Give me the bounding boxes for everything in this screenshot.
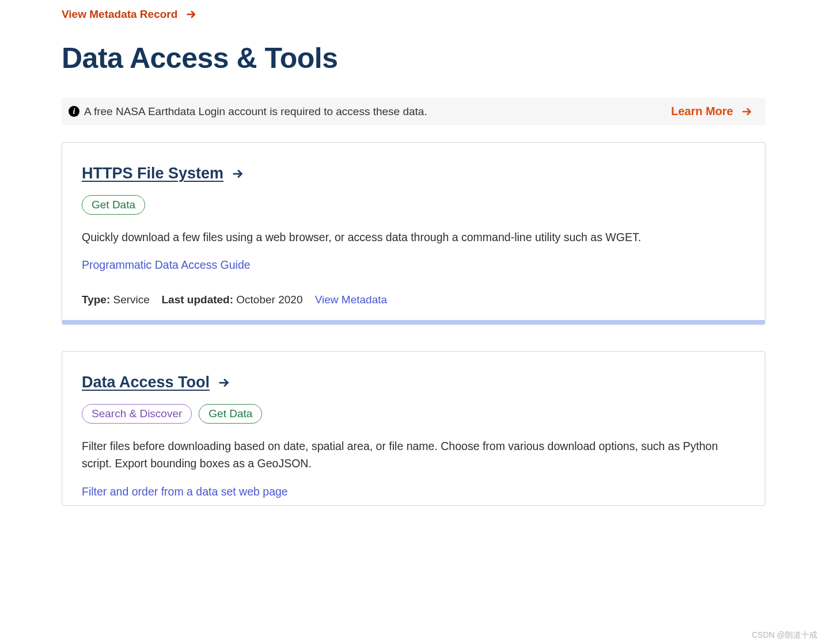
type-value: Service [113, 294, 150, 306]
updated-label: Last updated: [161, 294, 233, 306]
view-metadata-record-text: View Metadata Record [62, 8, 177, 21]
card-description: Filter files before downloading based on… [82, 437, 745, 472]
pill-get-data: Get Data [199, 404, 262, 424]
pill-row: Get Data [82, 195, 745, 215]
arrow-right-icon [232, 167, 244, 180]
view-metadata-link[interactable]: View Metadata [315, 294, 387, 306]
arrow-right-icon [218, 376, 230, 389]
pill-row: Search & Discover Get Data [82, 404, 745, 424]
arrow-right-icon [741, 106, 753, 117]
card-meta: Type: Service Last updated: October 2020… [82, 294, 745, 306]
info-icon: i [69, 106, 79, 117]
card-title-text: Data Access Tool [82, 374, 210, 391]
arrow-right-icon [185, 9, 197, 20]
card-https-file-system: HTTPS File System Get Data Quickly downl… [62, 142, 765, 325]
login-notice-bar: i A free NASA Earthdata Login account is… [62, 98, 765, 125]
pill-get-data: Get Data [82, 195, 145, 215]
type-label: Type: [82, 294, 110, 306]
pill-search-discover: Search & Discover [82, 404, 192, 424]
filter-order-link[interactable]: Filter and order from a data set web pag… [82, 485, 288, 498]
card-title-link[interactable]: Data Access Tool [82, 374, 230, 391]
card-description: Quickly download a few files using a web… [82, 228, 745, 246]
card-title-text: HTTPS File System [82, 165, 223, 182]
view-metadata-record-link[interactable]: View Metadata Record [62, 8, 197, 21]
learn-more-text: Learn More [671, 105, 733, 118]
notice-text: A free NASA Earthdata Login account is r… [84, 105, 427, 118]
card-data-access-tool: Data Access Tool Search & Discover Get D… [62, 351, 765, 505]
notice-left: i A free NASA Earthdata Login account is… [69, 105, 427, 118]
page-title: Data Access & Tools [62, 41, 765, 75]
programmatic-guide-link[interactable]: Programmatic Data Access Guide [82, 258, 251, 272]
card-title-link[interactable]: HTTPS File System [82, 165, 244, 182]
updated-value: October 2020 [236, 294, 302, 306]
learn-more-link[interactable]: Learn More [671, 105, 753, 118]
